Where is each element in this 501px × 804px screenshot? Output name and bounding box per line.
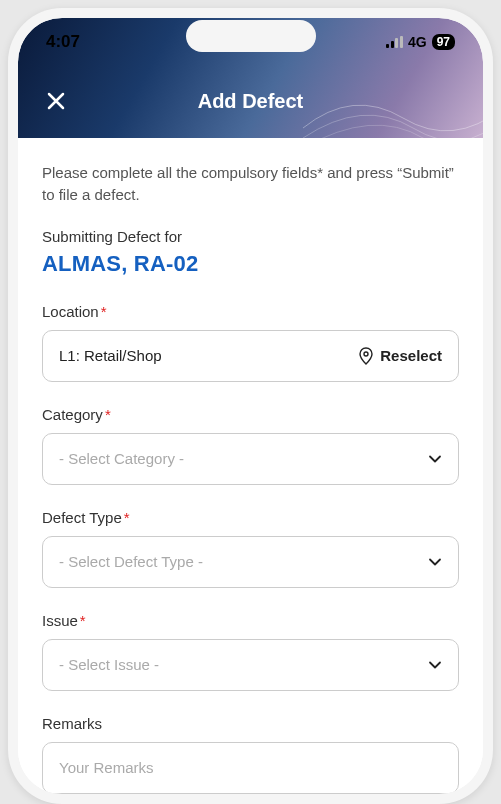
phone-frame: 4:07 4G 97 Add Defect Please complete al… bbox=[8, 8, 493, 804]
header-bar: Add Defect bbox=[18, 76, 483, 126]
chevron-down-icon bbox=[428, 555, 442, 569]
instruction-text: Please complete all the compulsory field… bbox=[42, 162, 459, 206]
issue-label: Issue* bbox=[42, 612, 459, 629]
category-select[interactable]: - Select Category - bbox=[42, 433, 459, 485]
remarks-placeholder: Your Remarks bbox=[59, 759, 442, 776]
chevron-down-icon bbox=[428, 658, 442, 672]
remarks-label: Remarks bbox=[42, 715, 459, 732]
category-placeholder: - Select Category - bbox=[59, 450, 428, 467]
issue-placeholder: - Select Issue - bbox=[59, 656, 428, 673]
battery-icon: 97 bbox=[432, 34, 455, 50]
submitting-label: Submitting Defect for bbox=[42, 228, 459, 245]
entity-name: ALMAS, RA-02 bbox=[42, 251, 459, 277]
remarks-input[interactable]: Your Remarks bbox=[42, 742, 459, 794]
status-right: 4G 97 bbox=[386, 34, 455, 50]
phone-screen: 4:07 4G 97 Add Defect Please complete al… bbox=[18, 18, 483, 794]
close-icon[interactable] bbox=[44, 89, 68, 113]
chevron-down-icon bbox=[428, 452, 442, 466]
location-label: Location* bbox=[42, 303, 459, 320]
location-field[interactable]: L1: Retail/Shop Reselect bbox=[42, 330, 459, 382]
svg-point-0 bbox=[364, 352, 368, 356]
issue-select[interactable]: - Select Issue - bbox=[42, 639, 459, 691]
location-pin-icon bbox=[358, 347, 374, 365]
network-label: 4G bbox=[408, 34, 427, 50]
notch bbox=[186, 20, 316, 52]
category-label: Category* bbox=[42, 406, 459, 423]
status-time: 4:07 bbox=[46, 32, 80, 52]
defect-type-label: Defect Type* bbox=[42, 509, 459, 526]
signal-icon bbox=[386, 36, 403, 48]
form-content: Please complete all the compulsory field… bbox=[18, 138, 483, 794]
reselect-button[interactable]: Reselect bbox=[358, 347, 442, 365]
page-title: Add Defect bbox=[198, 90, 304, 113]
location-value: L1: Retail/Shop bbox=[59, 347, 358, 364]
defect-type-placeholder: - Select Defect Type - bbox=[59, 553, 428, 570]
defect-type-select[interactable]: - Select Defect Type - bbox=[42, 536, 459, 588]
